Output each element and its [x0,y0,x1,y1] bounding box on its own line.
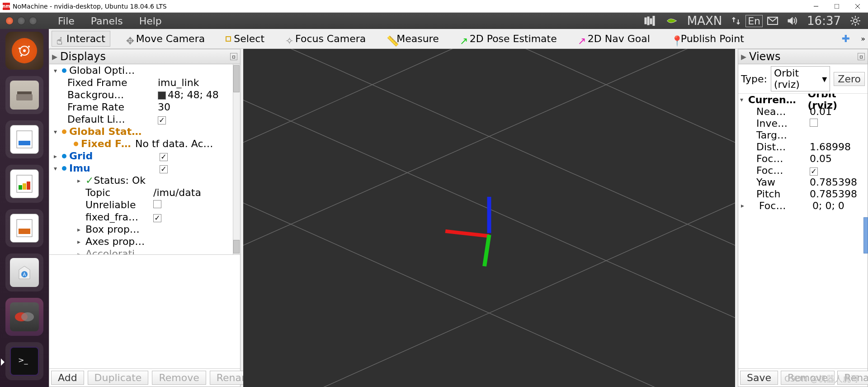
svg-line-14 [852,17,853,19]
indicator-jetson-icon[interactable] [639,16,661,26]
views-row[interactable]: ▸Foc…0; 0; 0 [738,200,868,211]
sound-icon[interactable] [783,16,802,26]
svg-line-16 [852,23,853,24]
svg-rect-31 [17,220,32,237]
tree-global-status[interactable]: ▾Global Stat… [49,125,240,138]
nav-icon: ↗ [578,35,585,43]
tree-background[interactable]: Backgrou…48; 48; 48 [49,89,240,101]
tree-imu-topic[interactable]: Topic/imu/data [49,186,240,199]
menu-panels[interactable]: Panels [83,15,131,27]
launcher-terminal[interactable]: >_ [5,342,43,380]
panel-close-icon[interactable]: ▫ [858,53,865,60]
tree-fixed-frame[interactable]: Fixed Frameimu_link [49,76,240,89]
svg-rect-28 [19,185,22,190]
tree-imu-axes-prop[interactable]: ▸Axes prop… [49,235,240,248]
collapse-icon[interactable]: ▸ [52,50,57,63]
tool-interact[interactable]: ☝Interact [52,31,110,47]
displays-buttons: Add Duplicate Remove Rename [49,368,240,387]
tool-2d-pose[interactable]: ↗2D Pose Estimate [455,31,562,47]
gear-icon[interactable] [845,15,865,26]
tool-select[interactable]: Select [221,31,269,47]
views-row[interactable]: Dist…1.68998 [738,141,868,153]
tree-imu[interactable]: ▾Imu✓ [49,162,240,174]
clock-indicator[interactable]: 16:37 [802,14,845,28]
menu-help[interactable]: Help [131,15,170,27]
nvidia-icon[interactable] [661,16,683,26]
toolbar-overflow-icon[interactable]: » [861,34,865,43]
panel-close-icon[interactable]: ▫ [230,53,237,60]
tool-focus-camera[interactable]: ✧Focus Camera [280,31,371,47]
window-maximize-button[interactable] [29,17,37,25]
tool-move-camera[interactable]: ✥Move Camera [121,31,210,47]
tool-publish-point[interactable]: 📍Publish Point [666,31,749,47]
svg-line-15 [858,23,859,24]
tool-measure[interactable]: 📏Measure [382,31,444,47]
svg-line-39 [297,188,735,387]
remote-side-scrollbar[interactable] [863,217,868,253]
views-title-bar[interactable]: ▸ Views ▫ [738,49,868,64]
tool-2d-pose-label: 2D Pose Estimate [470,33,557,44]
menubar: File Panels Help MAXN En 16:37 [0,13,868,29]
views-current[interactable]: ▾Curren…Orbit (rviz) [738,94,868,105]
launcher-settings[interactable] [5,298,43,336]
svg-point-21 [19,48,20,49]
publish-point-icon: 📍 [671,35,678,43]
tree-imu-status[interactable]: ▸✓ Status: Ok [49,174,240,186]
zero-button[interactable]: Zero [834,72,865,86]
launcher-dash[interactable] [5,32,43,70]
host-minimize-button[interactable] [806,0,826,13]
duplicate-button[interactable]: Duplicate [88,371,149,385]
tree-grid[interactable]: ▸Grid✓ [49,150,240,162]
host-maximize-button[interactable] [826,0,847,13]
window-minimize-button[interactable] [17,17,25,25]
views-row[interactable]: Inve… [738,117,868,129]
displays-title-bar[interactable]: ▸ Displays ▫ [49,49,240,64]
views-tree[interactable]: ▾Curren…Orbit (rviz) Nea…0.01Inve…Targ…D… [738,94,868,368]
views-row[interactable]: Targ… [738,129,868,141]
3d-viewport[interactable] [243,49,735,387]
svg-rect-1 [835,4,839,9]
window-close-button[interactable] [5,17,14,25]
tree-status-fixed-frame[interactable]: Fixed Fr…No tf data. Ac… [49,138,240,150]
measure-icon: 📏 [387,35,394,43]
add-tool-icon[interactable]: ✚ [842,33,850,44]
tree-scrollbar[interactable] [233,64,240,254]
tree-imu-unreliable[interactable]: Unreliable [49,199,240,211]
tool-move-camera-label: Move Camera [136,33,205,44]
launcher-software[interactable]: A [5,253,43,291]
tree-default-light[interactable]: Default Li…✓ [49,113,240,125]
launcher-calc[interactable] [5,165,43,203]
workspace: ▸ Displays ▫ ▾Global Opti… Fixed Frameim… [49,49,868,387]
displays-panel: ▸ Displays ▫ ▾Global Opti… Fixed Frameim… [49,49,241,387]
svg-rect-6 [650,19,652,24]
tree-imu-box-prop[interactable]: ▸Box prop… [49,223,240,235]
host-close-button[interactable] [847,0,868,13]
tree-imu-accel[interactable]: ▸Accolorati [49,248,240,254]
tool-2d-nav[interactable]: ↗2D Nav Goal [573,31,655,47]
views-row[interactable]: Foc…✓ [738,164,868,176]
svg-rect-24 [16,94,33,100]
tree-imu-fixed-fra[interactable]: fixed_fra…✓ [49,211,240,223]
add-button[interactable]: Add [51,371,84,385]
host-titlebar: nm NoMachine - nvidia-desktop, Ubuntu 18… [0,0,868,13]
power-mode-indicator[interactable]: MAXN [683,14,726,28]
mail-icon[interactable] [763,17,783,25]
views-save-button[interactable]: Save [740,371,778,385]
launcher-impress[interactable] [5,209,43,247]
network-icon[interactable] [726,16,745,26]
views-row[interactable]: Pitch0.785398 [738,188,868,200]
launcher-files[interactable] [5,76,43,114]
displays-tree[interactable]: ▾Global Opti… Fixed Frameimu_link Backgr… [49,64,240,254]
svg-text:>_: >_ [18,356,28,365]
launcher-writer[interactable] [5,120,43,158]
tree-global-options[interactable]: ▾Global Opti… [49,64,240,76]
views-row[interactable]: Foc…0.05 [738,153,868,164]
menu-file[interactable]: File [50,15,83,27]
svg-point-22 [20,55,22,57]
remove-button[interactable]: Remove [152,371,206,385]
type-combo[interactable]: Orbit (rviz)▾ [771,66,830,91]
tree-frame-rate[interactable]: Frame Rate30 [49,101,240,113]
collapse-icon[interactable]: ▸ [741,50,746,63]
views-row[interactable]: Yaw0.785398 [738,176,868,188]
language-indicator[interactable]: En [745,15,763,27]
